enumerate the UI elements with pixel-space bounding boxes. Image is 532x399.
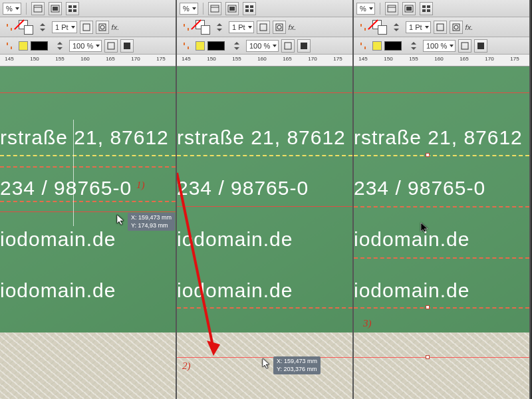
toolbar-fill-row: 100 %	[177, 37, 352, 55]
fx-label[interactable]: fx.	[112, 23, 120, 31]
text-address-line[interactable]: rstraße 21, 87612 L	[177, 126, 354, 149]
guide-dashed[interactable]	[354, 155, 529, 156]
text-wrap-2-button[interactable]	[96, 21, 109, 34]
text-domain-line-1[interactable]: iodomain.de	[0, 228, 116, 251]
fill-yellow-swatch[interactable]	[19, 41, 28, 51]
toolbar-stroke-row: 1 Pt fx.	[354, 17, 529, 37]
percent-dropdown[interactable]: %	[3, 3, 21, 15]
opacity-stepper[interactable]	[53, 39, 66, 53]
guide-dashed[interactable]	[177, 155, 352, 156]
view-mode-1-button[interactable]	[208, 2, 221, 15]
link-break-icon[interactable]	[3, 21, 16, 34]
blend-1-button[interactable]	[281, 39, 295, 53]
view-mode-1-button[interactable]	[385, 2, 398, 15]
guide-line[interactable]	[0, 166, 176, 168]
view-mode-3-button[interactable]	[420, 2, 433, 15]
stroke-weight-dropdown[interactable]: 1 Pt	[229, 21, 254, 33]
link-break-icon[interactable]	[180, 39, 193, 53]
view-mode-3-button[interactable]	[66, 2, 79, 15]
stroke-weight-stepper[interactable]	[390, 21, 403, 34]
frame-icon	[33, 5, 43, 13]
guide-line[interactable]	[354, 307, 529, 309]
stroke-weight-dropdown[interactable]: 1 Pt	[406, 21, 431, 33]
guide-line[interactable]	[177, 92, 352, 93]
selection-handle[interactable]	[426, 305, 430, 309]
view-mode-2-button[interactable]	[225, 2, 239, 15]
stroke-weight-value: 1 Pt	[55, 23, 68, 31]
fill-black-bar[interactable]	[384, 41, 402, 51]
stroke-weight-stepper[interactable]	[36, 21, 49, 34]
fill-black-bar[interactable]	[31, 41, 48, 51]
text-wrap-2-button[interactable]	[450, 21, 463, 34]
fx-label[interactable]: fx.	[466, 23, 473, 31]
horizontal-ruler[interactable]: 145 150 155 160 165 170 175	[354, 55, 529, 66]
opacity-stepper[interactable]	[230, 39, 243, 53]
guide-line[interactable]	[354, 92, 529, 93]
view-mode-1-button[interactable]	[31, 2, 45, 15]
text-phone-line[interactable]: 234 / 98765-0	[0, 177, 132, 200]
guide-vertical[interactable]	[73, 120, 74, 226]
opacity-dropdown[interactable]: 100 %	[423, 40, 456, 52]
fill-stroke-swatch[interactable]	[372, 20, 387, 35]
guide-dashed[interactable]	[0, 155, 176, 156]
text-wrap-2-button[interactable]	[273, 21, 286, 34]
text-domain-line-2[interactable]: iodomain.de	[0, 279, 116, 302]
horizontal-ruler[interactable]: 145 150 155 160 165 170 175	[177, 55, 352, 66]
fill-yellow-swatch[interactable]	[196, 41, 205, 51]
blend-1-button[interactable]	[104, 39, 118, 53]
canvas-area[interactable]: rstraße 21, 87612 L 234 / 98765-0 1) X: …	[0, 66, 176, 399]
opacity-dropdown[interactable]: 100 %	[246, 40, 279, 52]
chevron-down-icon	[15, 7, 19, 10]
canvas-area[interactable]: rstraße 21, 87612 L 234 / 98765-0 iodoma…	[354, 66, 529, 399]
chevron-down-icon	[248, 26, 252, 29]
selection-handle[interactable]	[426, 153, 430, 157]
view-mode-2-button[interactable]	[49, 2, 62, 15]
percent-dropdown[interactable]: %	[180, 3, 198, 15]
guide-line[interactable]	[0, 92, 176, 93]
fill-stroke-swatch[interactable]	[196, 20, 210, 35]
text-domain-line-2[interactable]: iodomain.de	[354, 279, 469, 302]
fill-stroke-swatch[interactable]	[19, 20, 33, 35]
blend-2-button[interactable]	[297, 39, 311, 53]
link-break-icon[interactable]	[356, 39, 370, 53]
svg-rect-22	[245, 5, 249, 8]
toolbar-top-row: %	[354, 0, 529, 17]
link-break-icon[interactable]	[3, 39, 16, 53]
canvas-area[interactable]: rstraße 21, 87612 L 234 / 98765-0 iodoma…	[177, 66, 352, 399]
stroke-weight-dropdown[interactable]: 1 Pt	[52, 21, 77, 33]
opacity-dropdown[interactable]: 100 %	[69, 40, 102, 52]
view-mode-3-button[interactable]	[243, 2, 256, 15]
text-domain-line-1[interactable]: iodomain.de	[354, 228, 469, 251]
link-break-icon[interactable]	[356, 21, 370, 34]
opacity-stepper[interactable]	[407, 39, 420, 53]
guide-line[interactable]	[177, 357, 352, 358]
horizontal-ruler[interactable]: 145 150 155 160 165 170 175	[0, 55, 176, 66]
guide-line[interactable]	[0, 211, 176, 212]
percent-dropdown[interactable]: %	[356, 3, 375, 15]
selection-handle[interactable]	[426, 355, 430, 359]
text-phone-line[interactable]: 234 / 98765-0	[354, 177, 485, 200]
text-wrap-1-button[interactable]	[434, 21, 447, 34]
chevron-down-icon	[273, 45, 277, 47]
link-break-icon[interactable]	[180, 21, 193, 34]
blend-2-button[interactable]	[474, 39, 487, 53]
guide-line[interactable]	[354, 357, 529, 358]
guide-line[interactable]	[0, 201, 176, 202]
guide-line[interactable]	[354, 257, 529, 259]
fill-yellow-swatch[interactable]	[372, 41, 382, 51]
text-address-line[interactable]: rstraße 21, 87612 L	[0, 126, 177, 149]
text-wrap-1-button[interactable]	[80, 21, 93, 34]
svg-marker-26	[217, 23, 222, 26]
stroke-weight-stepper[interactable]	[213, 21, 226, 34]
frame-icon	[387, 5, 396, 13]
guide-line[interactable]	[354, 206, 529, 207]
svg-marker-8	[40, 23, 45, 26]
fill-black-bar[interactable]	[207, 41, 225, 51]
blend-1-button[interactable]	[458, 39, 471, 53]
blend-2-button[interactable]	[120, 39, 134, 53]
fx-label[interactable]: fx.	[289, 23, 297, 31]
text-address-line[interactable]: rstraße 21, 87612 L	[354, 126, 531, 149]
view-mode-2-button[interactable]	[402, 2, 416, 15]
svg-rect-24	[245, 9, 249, 12]
text-wrap-1-button[interactable]	[257, 21, 270, 34]
